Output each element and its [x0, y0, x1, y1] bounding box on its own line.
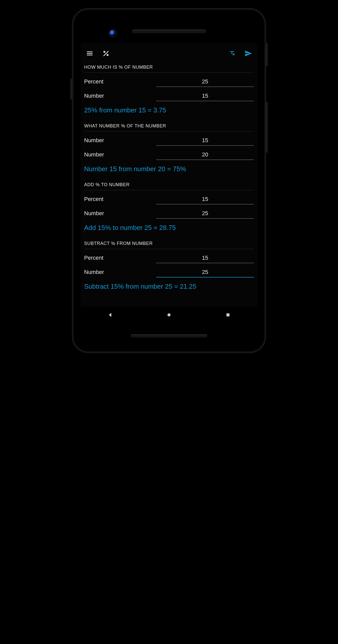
percent-button[interactable]	[100, 48, 112, 59]
number-input-b[interactable]	[156, 150, 254, 160]
field-label: Number	[84, 93, 150, 101]
back-icon	[107, 312, 113, 318]
section-add-percent: ADD % TO NUMBER Percent Number Add 15% t…	[84, 180, 254, 234]
android-nav-bar	[81, 307, 257, 323]
nav-home-button[interactable]	[162, 308, 176, 322]
send-button[interactable]	[243, 48, 254, 59]
number-input-a[interactable]	[156, 136, 254, 146]
input-row: Number	[84, 146, 254, 160]
result-text: Subtract 15% from number 25 = 21.25	[84, 277, 254, 292]
section-number-percent-of-number: WHAT NUMBER % OF THE NUMBER Number Numbe…	[84, 121, 254, 175]
screen: HOW MUCH IS % OF NUMBER Percent Number 2…	[81, 43, 257, 323]
recents-icon	[225, 312, 231, 318]
power-button	[265, 43, 268, 66]
calculator-content: HOW MUCH IS % OF NUMBER Percent Number 2…	[81, 63, 257, 303]
field-label: Number	[84, 137, 150, 146]
input-row: Number	[84, 263, 254, 277]
phone-frame: HOW MUCH IS % OF NUMBER Percent Number 2…	[74, 10, 264, 351]
input-row: Number	[84, 87, 254, 101]
section-title: ADD % TO NUMBER	[84, 180, 254, 190]
section-title: WHAT NUMBER % OF THE NUMBER	[84, 121, 254, 131]
result-text: Add 15% to number 25 = 28.75	[84, 219, 254, 234]
percent-input[interactable]	[156, 77, 254, 87]
earpiece-grille	[132, 30, 206, 33]
app-bar	[81, 43, 257, 63]
menu-button[interactable]	[84, 48, 95, 59]
field-label: Number	[84, 269, 150, 277]
volume-rocker	[265, 102, 268, 153]
svg-rect-1	[226, 313, 229, 316]
input-row: Percent	[84, 73, 254, 87]
nav-back-button[interactable]	[103, 308, 117, 322]
field-label: Percent	[84, 255, 150, 263]
section-subtract-percent: SUBTRACT % FROM NUMBER Percent Number Su…	[84, 239, 254, 292]
section-title: HOW MUCH IS % OF NUMBER	[84, 63, 254, 73]
field-label: Number	[84, 151, 150, 160]
input-row: Number	[84, 131, 254, 146]
result-text: 25% from number 15 = 3.75	[84, 101, 254, 116]
section-percent-of-number: HOW MUCH IS % OF NUMBER Percent Number 2…	[84, 63, 254, 116]
percent-input[interactable]	[156, 195, 254, 204]
number-input[interactable]	[156, 92, 254, 101]
clear-format-icon	[228, 50, 236, 57]
field-label: Percent	[84, 78, 150, 87]
number-input[interactable]	[156, 209, 254, 219]
clear-format-button[interactable]	[226, 48, 238, 59]
field-label: Percent	[84, 196, 150, 204]
input-row: Number	[84, 204, 254, 219]
input-row: Percent	[84, 190, 254, 204]
menu-icon	[86, 50, 94, 57]
side-button-left	[70, 79, 73, 99]
percent-icon	[102, 50, 110, 57]
input-row: Percent	[84, 249, 254, 263]
svg-point-0	[167, 313, 171, 316]
number-input-focused[interactable]	[156, 268, 254, 277]
percent-input[interactable]	[156, 254, 254, 263]
nav-recents-button[interactable]	[221, 308, 235, 322]
result-text: Number 15 from number 20 = 75%	[84, 160, 254, 175]
home-icon	[166, 312, 172, 318]
bottom-speaker-grille	[131, 334, 207, 337]
send-icon	[244, 50, 252, 57]
section-title: SUBTRACT % FROM NUMBER	[84, 239, 254, 249]
field-label: Number	[84, 210, 150, 219]
